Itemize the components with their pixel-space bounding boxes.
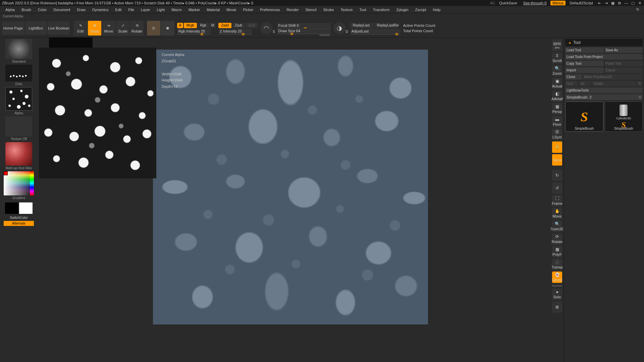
goz-r-button[interactable]: R (637, 81, 643, 86)
menu-movie[interactable]: Movie (223, 7, 239, 13)
canvas[interactable]: Current Alpha ZGrab01 Width=2048 Height=… (38, 38, 551, 362)
ghost-button[interactable]: 👻Ghost (552, 272, 562, 283)
z-intensity-slider[interactable]: Z Intensity 25 (218, 29, 252, 34)
menu-file[interactable]: File (125, 7, 138, 13)
load-tool-button[interactable]: Load Tool (565, 47, 604, 53)
win-icon-2[interactable]: ⇥ (604, 1, 608, 5)
tool-name-field[interactable]: SimpleBrush. 2R (565, 94, 643, 100)
stroke-selector[interactable] (5, 65, 32, 81)
goz-button[interactable]: GoZ (565, 81, 579, 86)
replaylastrel-button[interactable]: ReplayLastRel (374, 23, 398, 28)
win-icon-3[interactable]: ▦ (610, 1, 615, 5)
menu-color[interactable]: Color (35, 7, 50, 13)
menu-marker[interactable]: Marker (185, 7, 203, 13)
tool-panel-header[interactable]: Tool (565, 39, 643, 46)
focal-shift-slider[interactable]: Focal Shift 0 (277, 23, 331, 28)
size-circle-button[interactable]: ◠S (260, 22, 272, 34)
lightbox-tools-button[interactable]: Lightbox▸Tools (565, 87, 643, 93)
menus-toggle[interactable]: Menus (550, 1, 566, 5)
menu-document[interactable]: Document (50, 7, 73, 13)
lightbox-button[interactable]: LightBox (25, 21, 47, 35)
zsub-toggle[interactable]: Zsub (232, 23, 245, 28)
menu-dynamics[interactable]: Dynamics (89, 7, 112, 13)
win-icon-1[interactable]: ⇤ (597, 1, 602, 5)
minimize-icon[interactable]: — (624, 1, 629, 5)
secondary-color-swatch[interactable] (5, 202, 18, 214)
menu-render[interactable]: Render (283, 7, 302, 13)
quicksave-button[interactable]: QuickSave (497, 1, 519, 5)
xpos-button[interactable]: Xpos (552, 154, 562, 166)
rotate-mode-button[interactable]: ⟲Rotate (130, 21, 144, 36)
default-zscript[interactable]: DefaultZScript (568, 1, 595, 5)
refresh-icon[interactable]: ↻ (634, 6, 642, 13)
persp-button[interactable]: ▦Persp (552, 103, 562, 115)
scroll-button[interactable]: ⇕Scroll (552, 52, 562, 64)
menu-light[interactable]: Light (154, 7, 168, 13)
menu-layer[interactable]: Layer (138, 7, 154, 13)
menu-alpha[interactable]: Alpha (2, 7, 18, 13)
actual-button[interactable]: ▣Actual (552, 78, 562, 89)
hue-bar[interactable] (30, 171, 34, 195)
menu-draw[interactable]: Draw (73, 7, 89, 13)
maximize-icon[interactable]: ▢ (631, 1, 635, 5)
polyf-button[interactable]: ▦PolyF (552, 246, 562, 257)
aahalf-button[interactable]: ◧AAHalf (552, 90, 562, 102)
menu-zscript[interactable]: Zscript (412, 7, 430, 13)
lsym-button[interactable]: ⦿LSym (552, 129, 562, 140)
sculptris-button[interactable]: ◉ (161, 21, 174, 36)
import-button[interactable]: Import (565, 67, 604, 73)
zcut-toggle[interactable]: Zcut (246, 23, 257, 28)
extra-button[interactable]: ⊞ (552, 301, 562, 313)
rotate3d-button[interactable]: ⟳Rotate (552, 233, 562, 245)
menu-help[interactable]: Help (430, 7, 444, 13)
alternate-button[interactable]: Alternate (4, 221, 34, 226)
menu-tool[interactable]: Tool (356, 7, 370, 13)
menu-preferences[interactable]: Preferences (257, 7, 283, 13)
export-button[interactable]: Export (604, 67, 643, 73)
seethrough-slider[interactable]: See-through 0 (521, 1, 549, 5)
texture-selector[interactable] (5, 116, 32, 136)
solo-button[interactable]: ●Solo (552, 289, 562, 300)
menu-macro[interactable]: Macro (168, 7, 185, 13)
save-as-button[interactable]: Save As (604, 47, 643, 53)
menu-picker[interactable]: Picker (240, 7, 257, 13)
adjustlast-slider[interactable]: AdjustLast (350, 29, 400, 34)
goz-visible-button[interactable]: Visible (592, 81, 636, 86)
menu-material[interactable]: Material (203, 7, 223, 13)
menu-transform[interactable]: Transform (370, 7, 393, 13)
lock-button[interactable]: 🔒 (552, 141, 562, 153)
gizmo-button[interactable]: ◎ (147, 21, 160, 36)
load-project-button[interactable]: Load Tools From Project (565, 54, 643, 60)
menu-stroke[interactable]: Stroke (320, 7, 337, 13)
make-polymesh-button[interactable]: Make PolyMesh3D (583, 74, 643, 80)
material-selector[interactable] (5, 142, 32, 166)
paste-tool-button[interactable]: Paste Tool (604, 61, 643, 66)
tool-thumb-secondary[interactable]: Cylinder3D S SimpleBrush (605, 102, 643, 132)
primary-color-swatch[interactable] (19, 202, 33, 214)
menu-zplugin[interactable]: Zplugin (393, 7, 412, 13)
a-toggle[interactable]: A (177, 23, 183, 28)
edit-mode-button[interactable]: ✎Edit (74, 21, 87, 36)
move-mode-button[interactable]: ⇔Move (102, 21, 115, 36)
switchcolor-button[interactable]: SwitchColor (10, 216, 28, 220)
close-icon[interactable]: ✕ (637, 1, 642, 5)
rgb-intensity-slider[interactable]: Rgb Intensity 25 (177, 29, 211, 34)
color-picker[interactable] (4, 171, 34, 195)
scale-mode-button[interactable]: ⤢Scale (116, 21, 129, 36)
menu-brush[interactable]: Brush (18, 7, 35, 13)
replaylast-button[interactable]: ReplayLast (350, 23, 374, 28)
zoom-button[interactable]: 🔍Zoom (552, 65, 562, 76)
goz-all-button[interactable]: All (579, 81, 591, 86)
dynamic-circle-button[interactable]: ◑D (333, 22, 345, 34)
clone-button[interactable]: Clone (565, 74, 582, 80)
frame-button[interactable]: ⛶Frame (552, 195, 562, 206)
mrgb-toggle[interactable]: Mrgb (184, 23, 197, 28)
rendered-document[interactable] (153, 50, 428, 324)
rot1-button[interactable]: ↻ (552, 170, 562, 181)
gradient-label[interactable]: Gradient (12, 196, 25, 200)
draw-size-slider[interactable]: Draw Size 64Dynamic (277, 28, 331, 33)
menu-stencil[interactable]: Stencil (302, 7, 320, 13)
transp-button[interactable]: ◌Transp (552, 259, 562, 270)
liveboolean-button[interactable]: Live Boolean (48, 21, 70, 35)
m-toggle[interactable]: M (210, 23, 216, 28)
